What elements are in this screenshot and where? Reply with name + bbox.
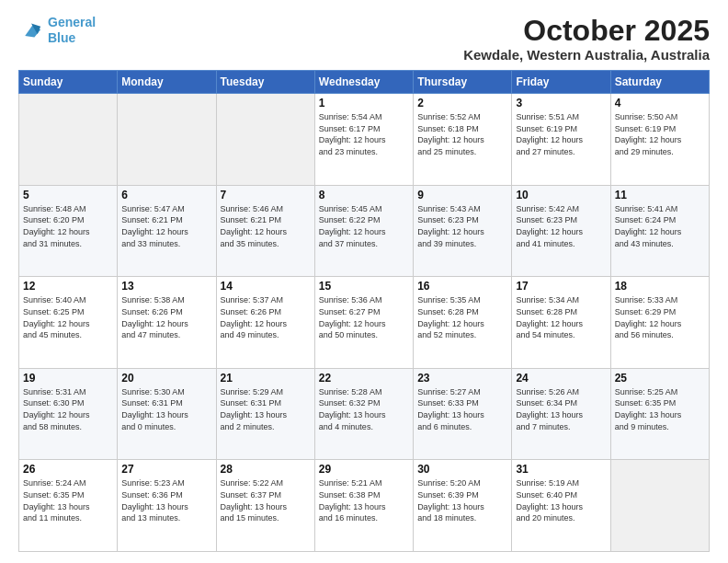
- calendar-week-1: 1Sunrise: 5:54 AM Sunset: 6:17 PM Daylig…: [19, 94, 710, 186]
- day-info: Sunrise: 5:28 AM Sunset: 6:32 PM Dayligh…: [319, 386, 409, 432]
- calendar-cell: 10Sunrise: 5:42 AM Sunset: 6:23 PM Dayli…: [512, 185, 610, 277]
- day-info: Sunrise: 5:50 AM Sunset: 6:19 PM Dayligh…: [615, 111, 705, 157]
- day-info: Sunrise: 5:23 AM Sunset: 6:36 PM Dayligh…: [121, 477, 211, 523]
- day-number: 25: [615, 372, 705, 385]
- day-info: Sunrise: 5:24 AM Sunset: 6:35 PM Dayligh…: [23, 477, 113, 523]
- day-info: Sunrise: 5:31 AM Sunset: 6:30 PM Dayligh…: [23, 386, 113, 432]
- weekday-header-saturday: Saturday: [610, 71, 709, 94]
- weekday-header-tuesday: Tuesday: [216, 71, 314, 94]
- day-number: 15: [319, 280, 409, 293]
- day-number: 27: [121, 463, 211, 476]
- calendar-cell: 2Sunrise: 5:52 AM Sunset: 6:18 PM Daylig…: [414, 94, 512, 186]
- weekday-header-sunday: Sunday: [19, 71, 118, 94]
- calendar-week-4: 19Sunrise: 5:31 AM Sunset: 6:30 PM Dayli…: [19, 368, 710, 460]
- day-info: Sunrise: 5:41 AM Sunset: 6:24 PM Dayligh…: [615, 203, 705, 249]
- day-number: 18: [615, 280, 705, 293]
- calendar-cell: 4Sunrise: 5:50 AM Sunset: 6:19 PM Daylig…: [610, 94, 709, 186]
- calendar-table: SundayMondayTuesdayWednesdayThursdayFrid…: [18, 70, 710, 552]
- calendar-cell: 12Sunrise: 5:40 AM Sunset: 6:25 PM Dayli…: [19, 277, 118, 369]
- day-number: 13: [121, 280, 211, 293]
- calendar-week-5: 26Sunrise: 5:24 AM Sunset: 6:35 PM Dayli…: [19, 460, 710, 552]
- day-info: Sunrise: 5:51 AM Sunset: 6:19 PM Dayligh…: [516, 111, 606, 157]
- calendar-cell: 26Sunrise: 5:24 AM Sunset: 6:35 PM Dayli…: [19, 460, 118, 552]
- day-info: Sunrise: 5:29 AM Sunset: 6:31 PM Dayligh…: [221, 386, 311, 432]
- day-number: 9: [417, 189, 507, 201]
- calendar-cell: 5Sunrise: 5:48 AM Sunset: 6:20 PM Daylig…: [19, 185, 118, 277]
- weekday-header-monday: Monday: [118, 71, 216, 94]
- calendar-cell: 15Sunrise: 5:36 AM Sunset: 6:27 PM Dayli…: [314, 277, 413, 369]
- day-info: Sunrise: 5:19 AM Sunset: 6:40 PM Dayligh…: [516, 477, 606, 523]
- day-number: 12: [23, 280, 113, 293]
- day-info: Sunrise: 5:38 AM Sunset: 6:26 PM Dayligh…: [121, 294, 211, 340]
- day-number: 1: [319, 97, 409, 109]
- calendar-cell: 19Sunrise: 5:31 AM Sunset: 6:30 PM Dayli…: [19, 368, 118, 460]
- day-number: 4: [615, 97, 705, 109]
- header: General Blue October 2025 Kewdale, Weste…: [18, 15, 710, 63]
- day-info: Sunrise: 5:22 AM Sunset: 6:37 PM Dayligh…: [221, 477, 311, 523]
- calendar-cell: 8Sunrise: 5:45 AM Sunset: 6:22 PM Daylig…: [314, 185, 413, 277]
- weekday-header-row: SundayMondayTuesdayWednesdayThursdayFrid…: [19, 71, 710, 94]
- weekday-header-wednesday: Wednesday: [314, 71, 413, 94]
- calendar-cell: 17Sunrise: 5:34 AM Sunset: 6:28 PM Dayli…: [512, 277, 610, 369]
- page: General Blue October 2025 Kewdale, Weste…: [0, 0, 728, 563]
- calendar-title: October 2025: [463, 15, 710, 47]
- calendar-week-3: 12Sunrise: 5:40 AM Sunset: 6:25 PM Dayli…: [19, 277, 710, 369]
- calendar-cell: 7Sunrise: 5:46 AM Sunset: 6:21 PM Daylig…: [216, 185, 314, 277]
- day-number: 21: [221, 372, 311, 385]
- calendar-cell: 9Sunrise: 5:43 AM Sunset: 6:23 PM Daylig…: [414, 185, 512, 277]
- day-info: Sunrise: 5:34 AM Sunset: 6:28 PM Dayligh…: [516, 294, 606, 340]
- title-block: October 2025 Kewdale, Western Australia,…: [463, 15, 710, 63]
- day-number: 10: [516, 189, 606, 201]
- calendar-cell: [216, 94, 314, 186]
- calendar-cell: [19, 94, 118, 186]
- calendar-cell: 3Sunrise: 5:51 AM Sunset: 6:19 PM Daylig…: [512, 94, 610, 186]
- calendar-cell: 23Sunrise: 5:27 AM Sunset: 6:33 PM Dayli…: [414, 368, 512, 460]
- day-info: Sunrise: 5:54 AM Sunset: 6:17 PM Dayligh…: [319, 111, 409, 157]
- calendar-cell: 14Sunrise: 5:37 AM Sunset: 6:26 PM Dayli…: [216, 277, 314, 369]
- calendar-cell: 1Sunrise: 5:54 AM Sunset: 6:17 PM Daylig…: [314, 94, 413, 186]
- calendar-cell: 30Sunrise: 5:20 AM Sunset: 6:39 PM Dayli…: [414, 460, 512, 552]
- day-number: 19: [23, 372, 113, 385]
- day-info: Sunrise: 5:26 AM Sunset: 6:34 PM Dayligh…: [516, 386, 606, 432]
- calendar-cell: [610, 460, 709, 552]
- weekday-header-friday: Friday: [512, 71, 610, 94]
- calendar-cell: 28Sunrise: 5:22 AM Sunset: 6:37 PM Dayli…: [216, 460, 314, 552]
- day-number: 8: [319, 189, 409, 201]
- calendar-cell: 6Sunrise: 5:47 AM Sunset: 6:21 PM Daylig…: [118, 185, 216, 277]
- calendar-cell: [118, 94, 216, 186]
- day-number: 7: [221, 189, 311, 201]
- day-number: 11: [615, 189, 705, 201]
- day-info: Sunrise: 5:52 AM Sunset: 6:18 PM Dayligh…: [417, 111, 507, 157]
- day-info: Sunrise: 5:35 AM Sunset: 6:28 PM Dayligh…: [417, 294, 507, 340]
- day-info: Sunrise: 5:20 AM Sunset: 6:39 PM Dayligh…: [417, 477, 507, 523]
- day-number: 31: [516, 463, 606, 476]
- day-number: 17: [516, 280, 606, 293]
- day-number: 29: [319, 463, 409, 476]
- calendar-cell: 21Sunrise: 5:29 AM Sunset: 6:31 PM Dayli…: [216, 368, 314, 460]
- day-info: Sunrise: 5:36 AM Sunset: 6:27 PM Dayligh…: [319, 294, 409, 340]
- calendar-week-2: 5Sunrise: 5:48 AM Sunset: 6:20 PM Daylig…: [19, 185, 710, 277]
- day-info: Sunrise: 5:33 AM Sunset: 6:29 PM Dayligh…: [615, 294, 705, 340]
- day-info: Sunrise: 5:48 AM Sunset: 6:20 PM Dayligh…: [23, 203, 113, 249]
- calendar-cell: 31Sunrise: 5:19 AM Sunset: 6:40 PM Dayli…: [512, 460, 610, 552]
- day-info: Sunrise: 5:45 AM Sunset: 6:22 PM Dayligh…: [319, 203, 409, 249]
- day-number: 14: [221, 280, 311, 293]
- calendar-cell: 16Sunrise: 5:35 AM Sunset: 6:28 PM Dayli…: [414, 277, 512, 369]
- calendar-subtitle: Kewdale, Western Australia, Australia: [463, 47, 710, 63]
- day-number: 22: [319, 372, 409, 385]
- calendar-cell: 20Sunrise: 5:30 AM Sunset: 6:31 PM Dayli…: [118, 368, 216, 460]
- calendar-cell: 22Sunrise: 5:28 AM Sunset: 6:32 PM Dayli…: [314, 368, 413, 460]
- day-number: 28: [221, 463, 311, 476]
- calendar-cell: 13Sunrise: 5:38 AM Sunset: 6:26 PM Dayli…: [118, 277, 216, 369]
- calendar-cell: 29Sunrise: 5:21 AM Sunset: 6:38 PM Dayli…: [314, 460, 413, 552]
- day-number: 20: [121, 372, 211, 385]
- day-number: 30: [417, 463, 507, 476]
- day-number: 2: [417, 97, 507, 109]
- day-info: Sunrise: 5:46 AM Sunset: 6:21 PM Dayligh…: [221, 203, 311, 249]
- calendar-cell: 24Sunrise: 5:26 AM Sunset: 6:34 PM Dayli…: [512, 368, 610, 460]
- day-info: Sunrise: 5:21 AM Sunset: 6:38 PM Dayligh…: [319, 477, 409, 523]
- day-info: Sunrise: 5:42 AM Sunset: 6:23 PM Dayligh…: [516, 203, 606, 249]
- day-info: Sunrise: 5:25 AM Sunset: 6:35 PM Dayligh…: [615, 386, 705, 432]
- day-number: 5: [23, 189, 113, 201]
- day-info: Sunrise: 5:47 AM Sunset: 6:21 PM Dayligh…: [121, 203, 211, 249]
